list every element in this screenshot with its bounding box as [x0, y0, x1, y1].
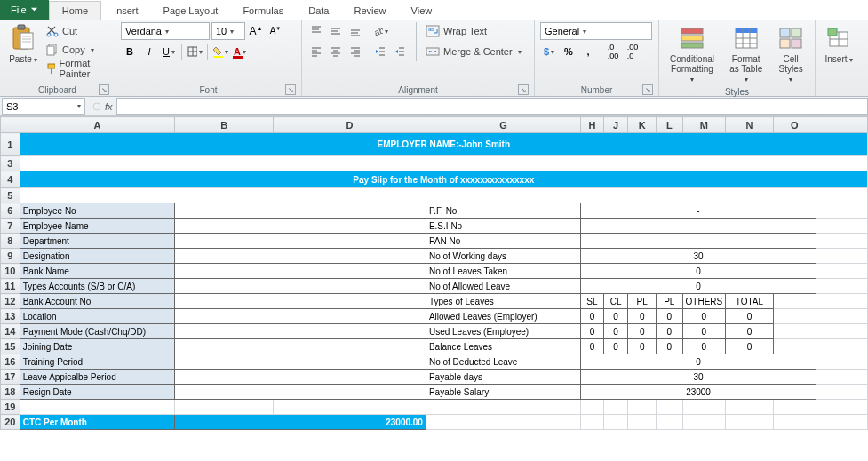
empty-cell[interactable]: [726, 400, 773, 415]
empty-cell[interactable]: [682, 415, 726, 430]
leave-value[interactable]: 0: [726, 309, 773, 324]
increase-indent-button[interactable]: [391, 43, 409, 60]
field-value[interactable]: [175, 339, 426, 354]
align-top-button[interactable]: [307, 22, 325, 40]
empty-cell[interactable]: [773, 339, 816, 354]
field-value[interactable]: [175, 234, 426, 249]
empty-cell[interactable]: [581, 400, 604, 415]
field-label[interactable]: Training Period: [20, 354, 175, 370]
field-value[interactable]: [175, 354, 426, 370]
empty-cell[interactable]: [426, 415, 580, 430]
empty-cell[interactable]: [656, 415, 682, 430]
font-name-combo[interactable]: Verdana▾: [121, 22, 210, 40]
field-value[interactable]: [175, 264, 426, 279]
decrease-indent-button[interactable]: [371, 43, 389, 60]
field-label[interactable]: P.F. No: [426, 203, 580, 219]
increase-decimal-button[interactable]: .0.00: [604, 43, 622, 60]
spreadsheet-grid[interactable]: A B D G H J K L M N O 1EMPLOYER NAME:-Jo…: [0, 116, 868, 430]
leave-value[interactable]: 0: [682, 309, 726, 324]
subtitle-cell[interactable]: Pay Slip for the Month of xxxxxxxxxxxxxx…: [20, 171, 867, 188]
field-label[interactable]: Joining Date: [20, 339, 175, 354]
field-value[interactable]: [175, 249, 426, 264]
font-color-button[interactable]: A: [231, 43, 249, 60]
field-value[interactable]: [175, 294, 426, 309]
leave-value[interactable]: 0: [603, 324, 628, 339]
field-label[interactable]: Allowed Leaves (Employer): [426, 309, 580, 324]
empty-cell[interactable]: [816, 234, 868, 249]
empty-cell[interactable]: [773, 400, 816, 415]
field-label[interactable]: Types Accounts (S/B or C/A): [20, 279, 175, 294]
field-label[interactable]: No of Allowed Leave: [426, 279, 580, 294]
row-header[interactable]: 15: [1, 339, 20, 354]
field-label[interactable]: Leave Appicalbe Period: [20, 370, 175, 385]
row-header[interactable]: 12: [1, 294, 20, 309]
alignment-dialog-launcher[interactable]: ↘: [518, 84, 529, 95]
review-tab[interactable]: Review: [341, 2, 398, 20]
empty-cell[interactable]: [773, 309, 816, 324]
field-value[interactable]: [175, 370, 426, 385]
leave-value[interactable]: 0: [581, 309, 604, 324]
field-label[interactable]: No of Working days: [426, 249, 580, 264]
field-label[interactable]: No of Leaves Taken: [426, 264, 580, 279]
field-label[interactable]: Resign Date: [20, 385, 175, 400]
leave-header[interactable]: SL: [581, 294, 604, 309]
empty-cell[interactable]: [682, 400, 726, 415]
page-layout-tab[interactable]: Page Layout: [151, 2, 231, 20]
field-value[interactable]: 30: [581, 370, 816, 385]
field-value[interactable]: 0: [581, 354, 816, 370]
merge-center-button[interactable]: Merge & Center: [424, 43, 523, 60]
row-header[interactable]: 20: [1, 415, 20, 430]
empty-cell[interactable]: [816, 415, 868, 430]
empty-cell[interactable]: [628, 415, 657, 430]
leave-value[interactable]: 0: [726, 324, 773, 339]
number-dialog-launcher[interactable]: ↘: [642, 84, 653, 95]
field-label[interactable]: Balance Leaves: [426, 339, 580, 354]
font-size-combo[interactable]: 10▾: [211, 22, 245, 40]
row-header[interactable]: 8: [1, 234, 20, 249]
leave-value[interactable]: 0: [581, 339, 604, 354]
field-label[interactable]: Payment Mode (Cash/Chq/DD): [20, 324, 175, 339]
leave-header[interactable]: PL: [628, 294, 657, 309]
row-header[interactable]: 5: [1, 188, 20, 203]
leave-value[interactable]: 0: [628, 309, 657, 324]
col-header[interactable]: B: [175, 117, 273, 133]
field-label[interactable]: No of Deducted Leave: [426, 354, 580, 370]
leave-value[interactable]: 0: [656, 324, 682, 339]
field-value[interactable]: [175, 219, 426, 234]
empty-cell[interactable]: [816, 400, 868, 415]
format-painter-button[interactable]: Format Painter: [44, 60, 109, 77]
row-header[interactable]: 10: [1, 264, 20, 279]
empty-cell[interactable]: [20, 188, 867, 203]
leave-value[interactable]: 0: [682, 324, 726, 339]
col-header[interactable]: M: [682, 117, 726, 133]
field-label[interactable]: Types of Leaves: [426, 294, 580, 309]
field-value[interactable]: 30: [581, 249, 816, 264]
field-label[interactable]: Used Leaves (Employee): [426, 324, 580, 339]
field-label[interactable]: Employee No: [20, 203, 175, 219]
empty-cell[interactable]: [816, 339, 868, 354]
formulas-tab[interactable]: Formulas: [230, 2, 296, 20]
leave-value[interactable]: 0: [682, 339, 726, 354]
leave-header[interactable]: CL: [603, 294, 628, 309]
insert-tab[interactable]: Insert: [101, 2, 151, 20]
clipboard-dialog-launcher[interactable]: ↘: [99, 84, 109, 95]
empty-cell[interactable]: [816, 219, 868, 234]
cell-styles-button[interactable]: CellStyles ▾: [772, 22, 809, 86]
formula-input[interactable]: [116, 98, 868, 115]
row-header[interactable]: 1: [1, 133, 20, 156]
row-header[interactable]: 19: [1, 400, 20, 415]
field-value[interactable]: 0: [581, 279, 816, 294]
empty-cell[interactable]: [628, 400, 657, 415]
align-middle-button[interactable]: [327, 22, 345, 40]
empty-cell[interactable]: [603, 415, 628, 430]
ctc-label[interactable]: CTC Per Month: [20, 415, 175, 430]
align-center-button[interactable]: [327, 43, 345, 60]
percent-button[interactable]: %: [560, 43, 577, 60]
conditional-formatting-button[interactable]: ConditionalFormatting ▾: [665, 22, 720, 86]
empty-cell[interactable]: [273, 400, 426, 415]
empty-cell[interactable]: [20, 156, 867, 171]
field-value[interactable]: [175, 203, 426, 219]
align-right-button[interactable]: [346, 43, 364, 60]
field-value[interactable]: [175, 309, 426, 324]
field-label[interactable]: PAN No: [426, 234, 580, 249]
